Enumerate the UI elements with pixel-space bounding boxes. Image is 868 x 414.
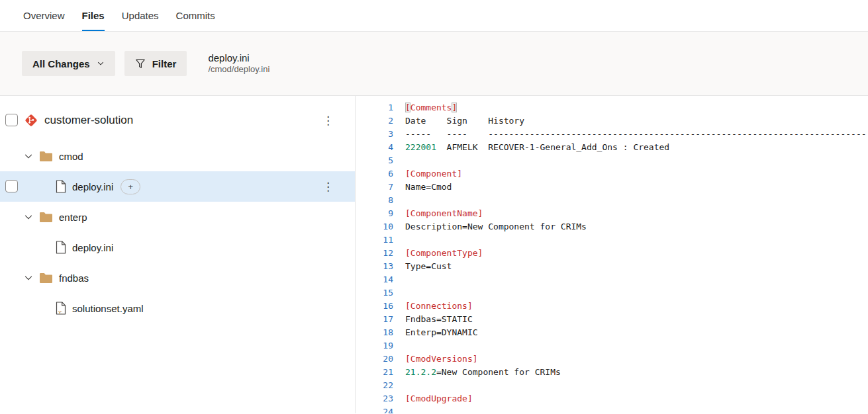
line-number: 23 bbox=[356, 392, 393, 405]
tree-row-file-deploy-ini-enterp[interactable]: deploy.ini bbox=[0, 232, 355, 263]
filter-label: Filter bbox=[152, 58, 177, 69]
line-content: [CmodVersions] bbox=[393, 352, 478, 366]
code-line: 1[Comments] bbox=[356, 101, 868, 114]
line-content: [CmodUpgrade] bbox=[393, 392, 473, 405]
line-number: 8 bbox=[356, 194, 393, 207]
line-number: 1 bbox=[356, 101, 393, 114]
line-number: 21 bbox=[356, 366, 393, 379]
code-line: 7Name=Cmod bbox=[356, 181, 868, 194]
file-path: /cmod/deploy.ini bbox=[208, 64, 269, 75]
line-number: 22 bbox=[356, 379, 393, 392]
file-title: deploy.ini bbox=[208, 52, 269, 65]
line-content: 222001 AFMELK RECOVER-1-General_Add_Ons … bbox=[393, 141, 669, 154]
line-number: 24 bbox=[356, 405, 393, 413]
tree-row-folder-enterp[interactable]: enterp bbox=[0, 202, 355, 232]
code-line: 20[CmodVersions] bbox=[356, 352, 868, 366]
line-content: [Connections] bbox=[393, 300, 473, 313]
code-line: 5 bbox=[356, 154, 868, 167]
all-changes-dropdown[interactable]: All Changes bbox=[22, 51, 115, 76]
line-content: Date Sign History bbox=[393, 114, 524, 128]
code-line: 4222001 AFMELK RECOVER-1-General_Add_Ons… bbox=[356, 141, 868, 154]
tree-row-folder-fndbas[interactable]: fndbas bbox=[0, 263, 355, 293]
line-content: [Comments] bbox=[393, 101, 457, 114]
file-toolbar: All Changes Filter deploy.ini /cmod/depl… bbox=[0, 32, 868, 96]
chevron-down-icon[interactable] bbox=[24, 212, 33, 222]
all-changes-label: All Changes bbox=[32, 58, 90, 69]
line-content: Description=New Component for CRIMs bbox=[393, 220, 587, 233]
tree-row-file-deploy-ini-cmod[interactable]: deploy.ini + ⋮ bbox=[0, 171, 355, 202]
file-name: solutionset.yaml bbox=[72, 303, 144, 314]
code-line: 19 bbox=[356, 339, 868, 352]
file-name: deploy.ini bbox=[72, 242, 113, 253]
added-badge: + bbox=[121, 179, 140, 194]
line-number: 17 bbox=[356, 313, 393, 326]
line-content bbox=[393, 194, 405, 207]
code-line: 16[Connections] bbox=[356, 300, 868, 313]
folder-name: fndbas bbox=[59, 272, 89, 284]
line-content: 21.2.2=New Component for CRIMs bbox=[393, 366, 561, 379]
tab-label: Updates bbox=[122, 10, 159, 21]
chevron-down-icon[interactable] bbox=[24, 273, 33, 282]
code-lines: 1[Comments]2Date Sign History3----- ----… bbox=[356, 101, 868, 413]
line-number: 6 bbox=[356, 167, 393, 181]
code-editor[interactable]: 1[Comments]2Date Sign History3----- ----… bbox=[356, 96, 868, 413]
code-line: 22 bbox=[356, 379, 868, 392]
line-number: 11 bbox=[356, 233, 393, 247]
code-line: 14 bbox=[356, 273, 868, 286]
tab-updates[interactable]: Updates bbox=[122, 0, 159, 31]
tab-bar: Overview Files Updates Commits bbox=[0, 0, 868, 32]
code-line: 11 bbox=[356, 233, 868, 247]
filter-button[interactable]: Filter bbox=[124, 51, 187, 76]
code-line: 24 bbox=[356, 405, 868, 413]
line-content bbox=[393, 154, 405, 167]
tree-row-file-solutionset-yaml[interactable]: Y: solutionset.yaml bbox=[0, 293, 355, 323]
line-number: 18 bbox=[356, 326, 393, 339]
line-content: [ComponentType] bbox=[393, 247, 483, 260]
tab-label: Commits bbox=[176, 10, 215, 21]
tree-row-repo[interactable]: customer-solution ⋮ bbox=[0, 105, 355, 136]
line-content bbox=[393, 405, 405, 413]
repo-name: customer-solution bbox=[44, 114, 133, 127]
file-tree: customer-solution ⋮ cmod deploy.in bbox=[0, 96, 356, 413]
filter-funnel-icon bbox=[135, 58, 146, 69]
line-content: Fndbas=STATIC bbox=[393, 313, 473, 326]
code-line: 12[ComponentType] bbox=[356, 247, 868, 260]
line-number: 12 bbox=[356, 247, 393, 260]
tab-files[interactable]: Files bbox=[82, 0, 105, 31]
line-number: 20 bbox=[356, 352, 393, 366]
line-content: Name=Cmod bbox=[393, 181, 452, 194]
tree-row-folder-cmod[interactable]: cmod bbox=[0, 141, 355, 171]
line-content bbox=[393, 339, 405, 352]
line-number: 15 bbox=[356, 286, 393, 300]
line-content bbox=[393, 233, 405, 247]
tab-overview[interactable]: Overview bbox=[23, 0, 65, 31]
line-number: 10 bbox=[356, 220, 393, 233]
code-line: 2Date Sign History bbox=[356, 114, 868, 128]
line-content: [ComponentName] bbox=[393, 207, 483, 220]
code-line: 13Type=Cust bbox=[356, 260, 868, 273]
line-number: 13 bbox=[356, 260, 393, 273]
code-line: 17Fndbas=STATIC bbox=[356, 313, 868, 326]
more-options-icon[interactable]: ⋮ bbox=[320, 180, 336, 194]
line-content bbox=[393, 379, 405, 392]
file-icon bbox=[56, 241, 66, 254]
more-options-icon[interactable]: ⋮ bbox=[320, 114, 336, 128]
file-name: deploy.ini bbox=[72, 181, 113, 192]
line-number: 16 bbox=[356, 300, 393, 313]
line-number: 5 bbox=[356, 154, 393, 167]
chevron-down-icon[interactable] bbox=[24, 151, 33, 161]
code-line: 3----- ---- ----------------------------… bbox=[356, 128, 868, 141]
tab-commits[interactable]: Commits bbox=[176, 0, 215, 31]
file-header: deploy.ini /cmod/deploy.ini bbox=[208, 52, 269, 75]
folder-icon bbox=[39, 212, 53, 223]
svg-text:Y:: Y: bbox=[58, 310, 62, 315]
folder-icon bbox=[39, 151, 53, 162]
file-checkbox[interactable] bbox=[5, 180, 18, 192]
yaml-file-icon: Y: bbox=[56, 302, 66, 315]
line-content: Type=Cust bbox=[393, 260, 452, 273]
line-content bbox=[393, 286, 405, 300]
code-line: 9[ComponentName] bbox=[356, 207, 868, 220]
repo-checkbox[interactable] bbox=[5, 114, 18, 126]
line-number: 9 bbox=[356, 207, 393, 220]
code-line: 6[Component] bbox=[356, 167, 868, 181]
